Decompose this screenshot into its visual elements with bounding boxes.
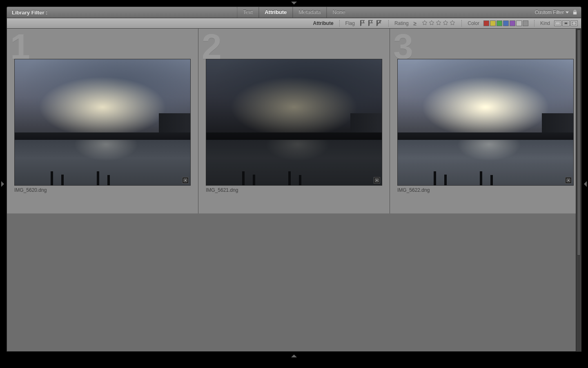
library-filter-title: Library Filter :: [7, 9, 52, 16]
separator: [339, 20, 340, 27]
color-swatch-group: [483, 20, 528, 26]
thumbnail[interactable]: [397, 59, 574, 186]
thumbnail-badge-icon[interactable]: [565, 177, 572, 184]
star-1-icon[interactable]: [421, 20, 428, 27]
star-3-icon[interactable]: [435, 20, 442, 27]
filter-tab-metadata[interactable]: Metadata: [292, 7, 326, 18]
grid-cell[interactable]: 1 IMG_5620.dng: [7, 29, 198, 213]
flag-filter-group: [359, 19, 383, 28]
thumbnail-filename: IMG_5620.dng: [14, 187, 47, 193]
separator: [461, 20, 462, 27]
panel-handle-right[interactable]: [584, 181, 587, 187]
grid-cell[interactable]: 2 IMG_5621.dng: [198, 29, 390, 213]
flag-picked-icon[interactable]: [359, 19, 366, 28]
kind-master-icon[interactable]: [554, 20, 561, 26]
star-4-icon[interactable]: [442, 20, 449, 27]
color-swatch-custom[interactable]: [523, 20, 528, 26]
kind-virtual-copy-icon[interactable]: [562, 20, 570, 26]
thumbnail-badge-icon[interactable]: [374, 177, 380, 184]
vertical-scrollbar[interactable]: [576, 29, 581, 352]
panel-handle-left[interactable]: [1, 181, 4, 187]
svg-rect-3: [565, 22, 568, 24]
flag-unflagged-icon[interactable]: [367, 19, 374, 28]
svg-rect-7: [575, 22, 576, 23]
filter-tab-text[interactable]: Text: [237, 7, 258, 18]
separator: [388, 20, 389, 27]
color-swatch-purple[interactable]: [510, 20, 515, 26]
svg-rect-1: [556, 22, 560, 25]
separator: [534, 20, 535, 27]
attribute-filter-bar: Attribute Flag Rating ≥ Color: [7, 18, 581, 29]
color-swatch-green[interactable]: [497, 20, 502, 26]
lock-icon[interactable]: [572, 9, 578, 15]
svg-rect-10: [185, 180, 186, 181]
color-swatch-yellow[interactable]: [490, 20, 496, 26]
thumbnail-filename: IMG_5622.dng: [397, 187, 430, 193]
kind-filter-group: [554, 20, 578, 26]
thumbnail-grid: 1 IMG_5620.dng 2 IMG_5621.dng 3: [7, 29, 581, 352]
grid-empty-area: [7, 213, 581, 351]
thumbnail[interactable]: [14, 59, 191, 186]
filter-tab-none[interactable]: None: [327, 7, 351, 18]
filter-tab-attribute[interactable]: Attribute: [258, 7, 292, 18]
grid-cell[interactable]: 3 IMG_5622.dng: [390, 29, 581, 213]
flag-rejected-icon[interactable]: [375, 19, 383, 28]
color-swatch-red[interactable]: [483, 20, 489, 26]
thumbnail-badge-icon[interactable]: [182, 177, 189, 184]
star-5-icon[interactable]: [449, 20, 456, 27]
filter-tabs: Text Attribute Metadata None: [237, 7, 351, 18]
svg-rect-14: [568, 180, 569, 181]
app-frame: Library Filter : Text Attribute Metadata…: [0, 0, 588, 368]
svg-rect-5: [572, 22, 573, 23]
rating-operator[interactable]: ≥: [413, 20, 418, 27]
attribute-section-label: Attribute: [313, 20, 334, 26]
rating-stars: [421, 20, 456, 27]
library-filter-bar: Library Filter : Text Attribute Metadata…: [7, 7, 581, 18]
color-swatch-blue[interactable]: [503, 20, 509, 26]
kind-video-icon[interactable]: [570, 20, 578, 26]
panel-handle-top[interactable]: [291, 2, 297, 4]
rating-label: Rating: [394, 20, 409, 26]
kind-label: Kind: [540, 20, 550, 26]
filter-preset-label: Custom Filter: [535, 9, 564, 15]
star-2-icon[interactable]: [428, 20, 435, 27]
scrollbar-thumb[interactable]: [577, 29, 581, 256]
svg-rect-12: [376, 180, 377, 181]
panel-handle-bottom[interactable]: [291, 355, 297, 357]
color-swatch-none[interactable]: [516, 20, 522, 26]
thumbnail[interactable]: [206, 59, 382, 186]
thumbnail-filename: IMG_5621.dng: [206, 187, 238, 193]
color-label: Color: [468, 20, 479, 26]
chevron-down-icon: [566, 11, 569, 13]
flag-label: Flag: [345, 20, 355, 26]
svg-rect-6: [572, 24, 573, 25]
grid-row: 1 IMG_5620.dng 2 IMG_5621.dng 3: [7, 29, 581, 213]
svg-rect-8: [575, 24, 576, 25]
filter-preset-dropdown[interactable]: Custom Filter: [535, 9, 569, 15]
